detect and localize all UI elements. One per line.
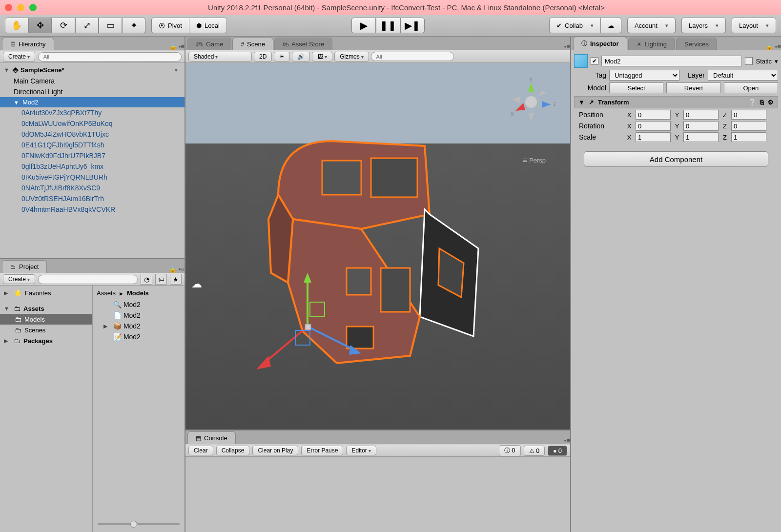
scale-x-field[interactable] [636,132,671,142]
fx-toggle[interactable]: 🖼 [312,52,332,61]
panel-menu-icon[interactable]: 🔒 ▪≡ [169,266,185,273]
filter-icon[interactable]: ◔ [141,274,152,285]
packages-folder[interactable]: ▶🗀 Packages [0,335,92,346]
rect-tool[interactable]: ▭ [99,18,122,33]
rotation-x-field[interactable] [636,121,671,131]
scenes-folder[interactable]: 🗀 Scenes [0,325,92,335]
hierarchy-item-mod2[interactable]: ▼Mod2 [0,97,185,107]
position-y-field[interactable] [683,110,719,120]
project-file-item[interactable]: 📝 Mod2 [93,331,185,342]
hierarchy-child-item[interactable]: 0V4hmtmRaaHBVx8qkVCVKR [0,204,185,215]
scale-y-field[interactable] [683,132,719,142]
hierarchy-item[interactable]: Main Camera [0,76,185,86]
hierarchy-child-item[interactable]: 0glf1b3zUeHAphtUy6_kmx [0,161,185,172]
hierarchy-child-item[interactable]: 0At4uf30vZJx3qPBXt7Thy [0,107,185,118]
hierarchy-child-item[interactable]: 0FNlwKd9FdJhrU7PIkBJB7 [0,150,185,161]
panel-menu-icon[interactable]: ▪≡ [564,43,570,50]
rotation-y-field[interactable] [683,121,719,131]
panel-menu-icon[interactable]: 🔒 ▪≡ [765,43,781,50]
hierarchy-child-item[interactable]: 0E41G1QFJbI9gl5DTTf4sh [0,140,185,150]
scene-viewport[interactable]: ☁ y z x ≡ Persp [185,63,570,430]
hierarchy-child-item[interactable]: 0NAtcTjJfUIBrf8K8XvSC9 [0,183,185,193]
console-clear-on-play-button[interactable]: Clear on Play [252,446,298,455]
tab-inspector[interactable]: ⓘInspector [573,37,627,50]
project-search[interactable] [38,275,138,284]
add-component-button[interactable]: Add Component [584,151,768,167]
preset-icon[interactable]: ⎘ [760,99,764,106]
scale-tool[interactable]: ⤢ [75,18,99,33]
console-clear-button[interactable]: Clear [188,446,213,455]
help-icon[interactable]: ❔ [748,99,756,106]
hierarchy-child-item[interactable]: 0dOM5J4iZwHO8vbK1TUjxc [0,129,185,140]
tag-dropdown[interactable]: Untagged [609,70,679,81]
gizmos-dropdown[interactable]: Gizmos [334,52,369,61]
scene-header[interactable]: ▼⬘ SampleScene*▾≡ [0,64,185,76]
breadcrumb-item[interactable]: Assets [97,289,116,297]
close-window-button[interactable] [5,4,12,11]
hierarchy-child-item[interactable]: 0UVz0tRSEHJAim16BlrTrh [0,193,185,204]
hierarchy-child-item[interactable]: 0IKu5iveFtGPjYQRNLBURh [0,172,185,183]
project-size-slider[interactable] [98,519,180,529]
transform-component-header[interactable]: ▼ ↗ Transform ❔ ⎘ ⚙ [574,96,778,108]
active-checkbox[interactable]: ✔ [591,57,598,65]
scene-2d-toggle[interactable]: 2D [254,52,272,61]
layers-dropdown[interactable]: Layers [681,18,726,33]
pivot-toggle[interactable]: ⦿ Pivot [151,18,189,33]
static-checkbox[interactable] [745,57,753,65]
rotate-tool[interactable]: ⟳ [52,18,75,33]
tab-lighting[interactable]: ☀Lighting [628,38,676,50]
assets-folder[interactable]: ▼🗀 Assets [0,303,92,314]
console-info-filter[interactable]: ⓘ 0 [499,445,521,456]
tab-hierarchy[interactable]: ☰Hierarchy [2,38,54,50]
star-icon[interactable]: ★ [170,274,182,285]
hierarchy-create-button[interactable]: Create [3,52,35,61]
project-create-button[interactable]: Create [3,274,35,284]
console-editor-dropdown[interactable]: Editor [346,446,376,455]
gear-icon[interactable]: ⚙ [768,99,774,106]
tab-services[interactable]: Services [676,38,717,50]
model-revert-button[interactable]: Revert [666,82,720,93]
shading-dropdown[interactable]: Shaded [188,52,252,61]
tab-game[interactable]: 🎮Game [187,38,231,50]
tab-asset-store[interactable]: 🛍Asset Store [274,38,332,50]
panel-menu-icon[interactable]: ▪≡ [564,437,570,444]
label-icon[interactable]: 🏷 [155,274,167,285]
hand-tool[interactable]: ✋ [5,18,28,33]
tab-scene[interactable]: #Scene [232,38,273,50]
console-error-pause-button[interactable]: Error Pause [301,446,343,455]
step-button[interactable]: ▶❚ [400,18,425,33]
tab-console[interactable]: ▤Console [187,431,236,444]
collab-dropdown[interactable]: ✔ Collab [549,18,600,33]
console-collapse-button[interactable]: Collapse [216,446,250,455]
scene-search[interactable] [371,52,454,61]
maximize-window-button[interactable] [29,4,37,11]
models-folder[interactable]: 🗀 Models [0,314,92,325]
console-warn-filter[interactable]: ⚠ 0 [524,446,545,456]
position-x-field[interactable] [636,110,671,120]
pause-button[interactable]: ❚❚ [376,18,400,33]
project-file-item[interactable]: 🔍 Mod2 [93,299,185,310]
scale-z-field[interactable] [731,132,766,142]
move-tool[interactable]: ✥ [28,18,52,33]
panel-menu-icon[interactable]: 🔒 ▪≡ [169,43,185,50]
console-error-filter[interactable]: ● 0 [548,446,567,456]
project-file-item[interactable]: ▶📦 Mod2 [93,321,185,331]
tab-project[interactable]: 🗀Project [2,260,47,273]
account-dropdown[interactable]: Account [627,18,676,33]
rotation-z-field[interactable] [731,121,766,131]
hierarchy-child-item[interactable]: 0cMaLWUUowlfOnKP6BuKoq [0,118,185,129]
play-button[interactable]: ▶ [351,18,376,33]
breadcrumb-item[interactable]: Models [127,289,149,297]
layer-dropdown[interactable]: Default [708,70,778,81]
minimize-window-button[interactable] [17,4,24,11]
hierarchy-search[interactable] [38,52,182,61]
local-toggle[interactable]: ⬢ Local [189,18,227,33]
audio-toggle[interactable]: 🔊 [292,52,310,61]
position-z-field[interactable] [731,110,766,120]
orientation-gizmo[interactable]: y z x [507,78,555,126]
lighting-toggle[interactable]: ☀ [274,52,290,61]
project-file-item[interactable]: 📄 Mod2 [93,310,185,321]
unified-tool[interactable]: ✦ [122,18,145,33]
cloud-button[interactable]: ☁ [600,18,621,33]
model-open-button[interactable]: Open [724,82,778,93]
